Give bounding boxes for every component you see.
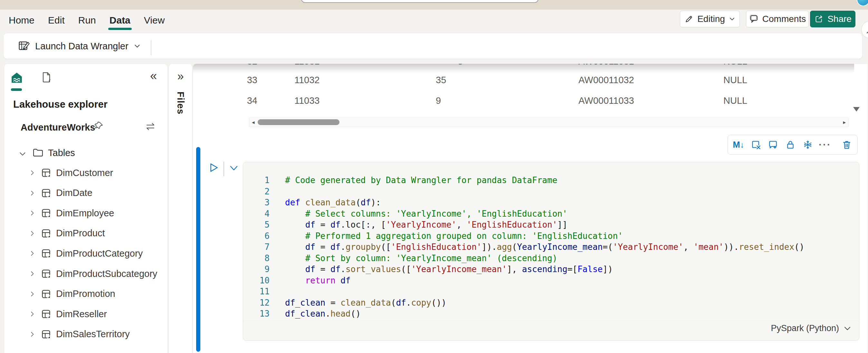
row-index: 32 [228,63,257,67]
tree-item-dimpromotion[interactable]: DimPromotion [4,286,167,302]
code-text: df = df.loc[:, ['YearlyIncome', 'English… [285,220,567,230]
table-cell: 9 [436,95,441,106]
ribbon-divider [151,40,151,55]
code-line-5[interactable]: 5 df = df.loc[:, ['YearlyIncome', 'Engli… [243,219,859,231]
delta-table-icon [41,329,51,340]
lock-cell-icon [785,140,796,150]
table-cell: AW00011031 [579,63,634,67]
pencil-icon [684,14,693,24]
delta-table-icon [41,309,51,319]
tree-item-dimemployee[interactable]: DimEmployee [4,205,167,221]
expand-panel-icon[interactable]: » [177,71,184,82]
line-number: 1 [243,175,270,186]
chevron-right-icon[interactable] [29,230,36,237]
lock-cell-button[interactable] [782,136,799,154]
markdown-convert-button[interactable]: M↓ [730,136,747,154]
tree-item-dimproductsubcategory[interactable]: DimProductSubcategory [4,266,167,282]
chevron-down-icon[interactable] [18,150,27,158]
code-line-6[interactable]: 6 # Performed 1 aggregation grouped on c… [243,231,859,242]
code-line-4[interactable]: 4 # Select columns: 'YearlyIncome', 'Eng… [243,208,859,219]
clear-cell-button[interactable] [747,136,765,154]
code-line-2[interactable]: 2 [243,186,859,197]
files-collapsed-panel[interactable]: » Files [168,63,193,353]
code-text: # Performed 1 aggregation grouped on col… [285,231,623,241]
lakehouse-tab[interactable] [11,71,23,84]
run-options-chevron[interactable] [227,162,241,175]
line-number: 7 [243,241,270,253]
chevron-right-icon[interactable] [29,311,36,318]
editing-mode-button[interactable]: Editing [680,11,740,27]
resources-tab[interactable] [40,71,52,84]
code-line-8[interactable]: 8 # Sort by column: 'YearlyIncome_mean' … [243,253,859,264]
code-line-10[interactable]: 10 return df [243,275,859,286]
horizontal-scrollbar[interactable]: ◂ ▸ [249,117,849,127]
notebook-app: HomeEditRunDataView Editing Comments Sha… [0,0,868,353]
code-cell[interactable]: 1# Code generated by Data Wrangler for p… [243,162,859,341]
code-line-7[interactable]: 7 df = df.groupby(['EnglishEducation']).… [243,241,859,253]
run-cell-button[interactable] [207,160,221,175]
clear-cell-icon [751,140,761,150]
tree-item-dimreseller[interactable]: DimReseller [4,306,167,322]
pin-icon[interactable] [94,121,104,131]
tree-item-dimproductcategory[interactable]: DimProductCategory [4,245,167,261]
table-cell: 11033 [294,95,320,106]
table-cell: NULL [723,95,747,106]
code-line-1[interactable]: 1# Code generated by Data Wrangler for p… [243,175,859,186]
chevron-right-icon[interactable] [29,169,36,176]
share-button[interactable]: Share [810,11,856,27]
language-selector[interactable]: PySpark (Python) [771,323,852,333]
line-number: 12 [243,297,270,308]
folder-icon [33,148,43,157]
launch-data-wrangler-button[interactable]: Launch Data Wrangler [13,36,145,56]
tree-item-dimproduct[interactable]: DimProduct [4,225,167,241]
more-actions-button[interactable]: ··· [816,136,834,154]
code-editor[interactable]: 1# Code generated by Data Wrangler for p… [243,175,859,320]
scroll-left-icon[interactable]: ◂ [252,118,255,127]
add-comment-button[interactable] [764,136,782,154]
vertical-scroll-down-icon[interactable] [853,107,860,112]
tree-root-tables[interactable]: Tables [4,145,167,161]
code-text: df = df.groupby(['EnglishEducation']).ag… [285,242,804,252]
collapse-panel-icon[interactable]: « [150,70,157,81]
tree-item-label: DimReseller [56,309,107,320]
row-index: 33 [228,75,257,85]
code-line-13[interactable]: 13df_clean.head() [243,308,859,320]
comments-button[interactable]: Comments [746,11,809,27]
code-text: df = df.sort_values(['YearlyIncome_mean'… [285,264,613,274]
scroll-right-icon[interactable]: ▸ [843,118,846,127]
freeze-cell-button[interactable] [799,136,816,154]
code-line-12[interactable]: 12df_clean = clean_data(df.copy()) [243,297,859,308]
chevron-right-icon[interactable] [29,331,36,338]
tree-item-dimsalesterritory[interactable]: DimSalesTerritory [4,326,167,342]
lakehouse-explorer-panel: « Lakehouse explorer AdventureWorks Tabl… [4,63,168,353]
chevron-right-icon[interactable] [29,270,36,277]
table-cell: 35 [436,75,446,85]
play-icon [208,161,220,174]
chevron-right-icon[interactable] [29,291,36,298]
comments-label: Comments [762,14,806,24]
code-text: df_clean = clean_data(df.copy()) [285,298,446,307]
files-tab-label[interactable]: Files [175,92,186,114]
tree-item-dimcustomer[interactable]: DimCustomer [4,165,167,181]
lakehouse-source-name[interactable]: AdventureWorks [21,122,95,133]
switch-lakehouse-icon[interactable] [145,122,156,131]
delete-cell-button[interactable] [838,136,856,154]
line-number: 4 [243,208,270,219]
delta-table-icon [41,268,51,279]
code-text: df_clean.head() [285,309,361,319]
cell-footer-divider [244,321,859,321]
tree-item-dimdate[interactable]: DimDate [4,185,167,201]
code-line-9[interactable]: 9 df = df.sort_values(['YearlyIncome_mea… [243,264,859,275]
code-text: # Code generated by Data Wrangler for pa… [285,175,557,185]
more-actions-icon: ··· [819,139,831,150]
line-number: 5 [243,219,270,231]
ribbon: Launch Data Wrangler [3,33,863,59]
chevron-right-icon[interactable] [29,210,36,217]
code-line-3[interactable]: 3def clean_data(df): [243,197,859,208]
line-number: 13 [243,308,270,320]
cell-toolbar: M↓··· [727,135,858,155]
chevron-right-icon[interactable] [29,250,36,257]
chevron-right-icon[interactable] [29,189,36,197]
horizontal-scrollbar-thumb[interactable] [258,119,339,125]
code-line-11[interactable]: 11 [243,286,859,297]
